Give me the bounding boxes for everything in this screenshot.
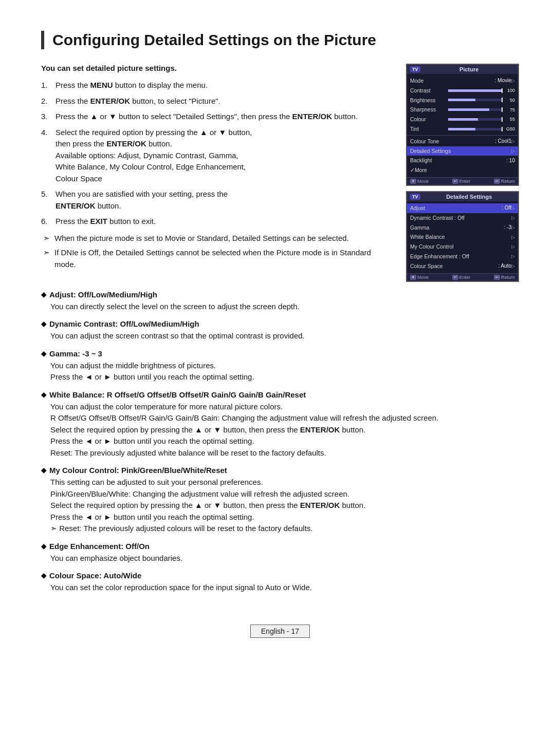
step-num: 1. (41, 80, 51, 91)
step-num: 3. (41, 111, 51, 123)
bullet-text-whitebalance: You can adjust the color temperature for… (41, 401, 519, 459)
tv-row-sharpness: Sharpness 75 (407, 105, 518, 115)
bullet-gamma: ◆ Gamma: -3 ~ 3 You can adjust the middl… (41, 349, 519, 383)
tv-footer-2: ✦ Move ↵ Enter ↩ Return (407, 273, 518, 281)
main-content: You can set detailed picture settings. 1… (41, 64, 519, 282)
tv-footer-1: ✦ Move ↵ Enter ↩ Return (407, 177, 518, 185)
bullet-dyncontrast: ◆ Dynamic Contrast: Off/Low/Medium/High … (41, 319, 519, 342)
bullet-text-dyncontrast: You can adjust the screen contrast so th… (41, 330, 519, 342)
step-num: 5. (41, 188, 51, 212)
diamond-icon: ◆ (41, 350, 46, 357)
diamond-icon: ◆ (41, 320, 46, 328)
arrow-symbol: ➣ (43, 247, 51, 270)
tv-footer-return: ↩ Return (494, 179, 515, 184)
step-text: Press the EXIT button to exit. (55, 216, 156, 228)
page-title: Configuring Detailed Settings on the Pic… (41, 31, 519, 49)
tv-slider-sharpness (448, 108, 503, 111)
step-text: Select the required option by pressing t… (55, 127, 252, 185)
tv-panel-picture: TV Picture Mode : Movie ▷ Contrast 100 (406, 64, 519, 186)
tv-panel-body-1: Mode : Movie ▷ Contrast 100 Brightness (407, 74, 518, 177)
arrow-symbol: ➣ (43, 233, 51, 244)
text-content: You can set detailed picture settings. 1… (41, 64, 391, 273)
tv-panel-title-2: Detailed Settings (423, 194, 515, 200)
tv-slider-colour (448, 118, 503, 121)
diamond-icon: ◆ (41, 391, 46, 399)
diamond-icon: ◆ (41, 291, 46, 298)
tv-row-brightness: Brightness 50 (407, 96, 518, 105)
tv-row-edge: Edge Enhancement : Off ▷ (407, 252, 518, 261)
bullet-heading-colourspace: ◆ Colour Space: Auto/Wide (41, 571, 519, 580)
tv-row-backlight: Backlight : 10 (407, 156, 518, 165)
bullet-mycolour: ◆ My Colour Control: Pink/Green/Blue/Whi… (41, 466, 519, 535)
tv-footer-enter-2: ↵ Enter (452, 275, 471, 280)
bullet-text-gamma: You can adjust the middle brightness of … (41, 360, 519, 383)
tv-footer-return-2: ↩ Return (494, 275, 515, 280)
bullet-colourspace: ◆ Colour Space: Auto/Wide You can set th… (41, 571, 519, 594)
bullet-heading-mycolour: ◆ My Colour Control: Pink/Green/Blue/Whi… (41, 466, 519, 475)
tv-panel-header-2: TV Detailed Settings (407, 192, 518, 201)
tv-panel-title-1: Picture (423, 66, 515, 72)
step-text: Press the ▲ or ▼ button to select "Detai… (55, 111, 358, 123)
tv-logo-2: TV (410, 194, 420, 200)
bullet-text-colourspace: You can set the color reproduction space… (41, 582, 519, 594)
step-4: 4. Select the required option by pressin… (41, 127, 391, 185)
step-num: 2. (41, 96, 51, 107)
arrow-note-1: ➣ When the picture mode is set to Movie … (41, 233, 391, 244)
bullet-edge: ◆ Edge Enhancement: Off/On You can empha… (41, 542, 519, 564)
diamond-icon: ◆ (41, 542, 46, 550)
tv-panel-header-1: TV Picture (407, 65, 518, 74)
tv-slider-brightness (448, 99, 503, 101)
diamond-icon: ◆ (41, 466, 46, 474)
bullet-heading-edge: ◆ Edge Enhancement: Off/On (41, 542, 519, 551)
tv-row-dyncontrast: Dynamic Contrast : Off ▷ (407, 213, 518, 223)
tv-footer-move-2: ✦ Move (410, 275, 429, 280)
tv-panel-detailed: TV Detailed Settings Adjust : Off ▷ Dyna… (406, 191, 519, 282)
tv-row-adjust: Adjust : Off ▷ (407, 203, 518, 213)
bullet-whitebalance: ◆ White Balance: R Offset/G Offset/B Off… (41, 390, 519, 459)
bullet-heading-adjust: ◆ Adjust: Off/Low/Medium/High (41, 290, 519, 299)
tv-row-tint: Tint G50 (407, 124, 518, 134)
tv-slider-tint (448, 128, 503, 130)
arrow-note-2: ➣ If DNIe is Off, the Detailed Settings … (41, 247, 391, 270)
step-num: 6. (41, 216, 51, 228)
tv-row-mycolour: My Colour Control ▷ (407, 242, 518, 252)
tv-footer-move: ✦ Move (410, 179, 429, 184)
tv-logo-1: TV (410, 66, 420, 72)
bullet-text-adjust: You can directly select the level on the… (41, 301, 519, 313)
tv-row-colourtone: Colour Tone : Cool1 ▷ (407, 137, 518, 146)
step-2: 2. Press the ENTER/OK button, to select … (41, 96, 391, 107)
step-text: Press the ENTER/OK button, to select "Pi… (55, 96, 220, 107)
bullet-heading-gamma: ◆ Gamma: -3 ~ 3 (41, 349, 519, 358)
tv-row-gamma: Gamma : -3 ▷ (407, 223, 518, 233)
arrow-text: If DNIe is Off, the Detailed Settings ca… (54, 247, 391, 270)
tv-row-contrast: Contrast 100 (407, 86, 518, 96)
tv-row-colourspace: Colour Space : Auto ▷ (407, 261, 518, 271)
footer-badge: English - 17 (250, 625, 310, 638)
bullet-adjust: ◆ Adjust: Off/Low/Medium/High You can di… (41, 290, 519, 313)
step-1: 1. Press the MENU button to display the … (41, 80, 391, 91)
arrow-text: When the picture mode is set to Movie or… (54, 233, 349, 244)
bullets-section: ◆ Adjust: Off/Low/Medium/High You can di… (41, 290, 519, 594)
tv-footer-enter: ↵ Enter (452, 179, 471, 184)
steps-list: 1. Press the MENU button to display the … (41, 80, 391, 228)
bullet-heading-dyncontrast: ◆ Dynamic Contrast: Off/Low/Medium/High (41, 319, 519, 328)
step-5: 5. When you are satisfied with your sett… (41, 188, 391, 212)
step-6: 6. Press the EXIT button to exit. (41, 216, 391, 228)
intro-text: You can set detailed picture settings. (41, 64, 391, 72)
tv-row-mode: Mode : Movie ▷ (407, 76, 518, 86)
tv-panels: TV Picture Mode : Movie ▷ Contrast 100 (406, 64, 519, 282)
page-footer: English - 17 (41, 625, 519, 638)
step-num: 4. (41, 127, 51, 185)
diamond-icon: ◆ (41, 572, 46, 579)
tv-slider-contrast (448, 89, 503, 92)
bullet-heading-whitebalance: ◆ White Balance: R Offset/G Offset/B Off… (41, 390, 519, 399)
step-text: When you are satisfied with your setting… (55, 188, 228, 212)
step-text: Press the MENU button to display the men… (55, 80, 208, 91)
bullet-text-edge: You can emphasize object boundaries. (41, 553, 519, 564)
tv-row-colour: Colour 55 (407, 115, 518, 124)
tv-row-detailed: Detailed Settings ▷ (407, 146, 518, 156)
tv-row-whitebalance: White Balance ▷ (407, 232, 518, 242)
step-3: 3. Press the ▲ or ▼ button to select "De… (41, 111, 391, 123)
tv-row-more: ✓More (407, 165, 518, 175)
tv-panel-body-2: Adjust : Off ▷ Dynamic Contrast : Off ▷ … (407, 201, 518, 273)
